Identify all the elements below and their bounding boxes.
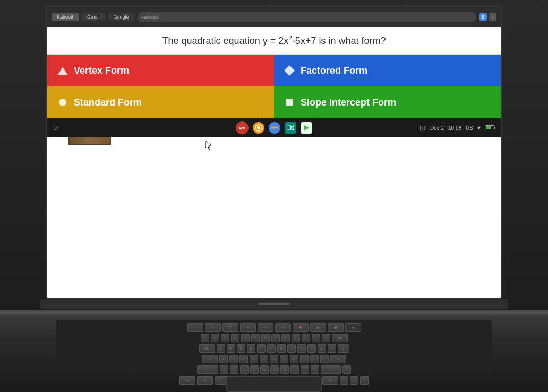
taskbar-meet-icon[interactable] — [285, 122, 296, 134]
school-logo: WV — [236, 121, 249, 134]
key-comma[interactable]: , — [290, 365, 299, 374]
key-7[interactable]: 7 — [271, 334, 280, 342]
key-dim[interactable]: ☀ — [258, 323, 273, 332]
key-r[interactable]: R — [247, 344, 255, 353]
key-0[interactable]: 0 — [302, 334, 310, 342]
key-right[interactable]: → — [360, 376, 369, 385]
key-mute[interactable]: 🔇 — [293, 323, 309, 332]
key-back[interactable]: ← — [187, 323, 203, 332]
key-y[interactable]: Y — [267, 344, 276, 353]
taskbar-circle[interactable] — [54, 126, 58, 130]
key-fullscreen[interactable]: ⛶ — [222, 323, 238, 332]
key-alt[interactable]: alt — [197, 376, 213, 385]
taskbar: WV — [47, 118, 501, 137]
key-bracket-r[interactable]: ] — [328, 344, 336, 353]
browser-tab-google[interactable]: Google — [108, 13, 134, 21]
key-backslash[interactable]: \ — [338, 344, 349, 353]
key-backspace[interactable]: ⌫ — [332, 334, 348, 342]
key-u[interactable]: U — [277, 344, 286, 353]
taskbar-chrome-icon[interactable] — [269, 122, 280, 134]
key-tab[interactable]: Tab — [199, 344, 215, 353]
screenshot-icon[interactable]: ⊡ — [419, 124, 426, 132]
key-j[interactable]: J — [280, 355, 288, 363]
key-g[interactable]: G — [260, 355, 268, 363]
key-p[interactable]: P — [307, 344, 316, 353]
taskbar-play-icon[interactable] — [301, 122, 312, 134]
key-d[interactable]: D — [239, 355, 248, 363]
key-c[interactable]: C — [240, 365, 249, 374]
key-alt-r[interactable]: alt — [322, 376, 338, 385]
key-8[interactable]: 8 — [281, 334, 290, 342]
answer-standard-form[interactable]: Standard Form — [47, 86, 274, 118]
profile-icon[interactable]: E — [480, 13, 487, 21]
key-l[interactable]: L — [300, 355, 309, 363]
key-v[interactable]: V — [250, 365, 259, 374]
answer-vertex-form[interactable]: Vertex Form — [47, 55, 274, 86]
key-caps[interactable]: ⇪ — [202, 355, 218, 363]
key-6[interactable]: 6 — [261, 334, 270, 342]
key-3[interactable]: 3 — [231, 334, 239, 342]
answer-factored-form[interactable]: Factored Form — [274, 55, 501, 86]
keyboard: ← ↻ ⛶ ⧉ ☀ ☀ 🔇 🔉 🔊 ⏻ ~ 1 2 3 4 5 6 7 — [56, 320, 492, 373]
browser-tab-kahoot[interactable]: Kahoot! — [52, 13, 79, 21]
taskbar-date: Dec 2 — [430, 125, 444, 131]
key-bracket-l[interactable]: [ — [318, 344, 326, 353]
answer-slope-form[interactable]: Slope Intercept Form — [274, 86, 501, 118]
key-enter[interactable]: ⏎ — [330, 355, 346, 363]
trackpad[interactable] — [226, 376, 322, 392]
key-1[interactable]: 1 — [211, 334, 219, 342]
key-m[interactable]: M — [280, 365, 289, 374]
key-shift-l[interactable]: ⇧ — [197, 365, 218, 374]
key-a[interactable]: A — [219, 355, 228, 363]
quiz-content: The quadratic equation y = 2x2-5x+7 is i… — [47, 27, 501, 137]
key-minus[interactable]: - — [312, 334, 320, 342]
key-up[interactable]: ↑ — [343, 365, 351, 374]
svg-marker-26 — [291, 126, 294, 130]
taskbar-chat-icon[interactable] — [253, 122, 264, 134]
key-ctrl[interactable]: ctrl — [179, 376, 195, 385]
key-equals[interactable]: = — [322, 334, 330, 342]
question-text: The quadratic equation y = 2x2-5x+7 is i… — [58, 34, 490, 47]
key-5[interactable]: 5 — [251, 334, 260, 342]
key-k[interactable]: K — [290, 355, 298, 363]
key-shift-r[interactable]: ⇧ — [321, 365, 341, 374]
key-s[interactable]: S — [229, 355, 238, 363]
key-period[interactable]: . — [301, 365, 309, 374]
key-q[interactable]: Q — [217, 344, 225, 353]
key-vol-down[interactable]: 🔉 — [310, 323, 326, 332]
key-x[interactable]: X — [230, 365, 238, 374]
key-window[interactable]: ⧉ — [240, 323, 256, 332]
laptop-screen: Kahoot! Gmail Google kahoot.it E ⋮ The q… — [46, 5, 502, 299]
key-tilde[interactable]: ~ — [201, 334, 209, 342]
key-slash[interactable]: / — [311, 365, 319, 374]
question-area: The quadratic equation y = 2x2-5x+7 is i… — [47, 27, 501, 55]
key-t[interactable]: T — [257, 344, 266, 353]
browser-tab-gmail[interactable]: Gmail — [82, 13, 105, 21]
key-vol-up[interactable]: 🔊 — [328, 323, 344, 332]
key-2[interactable]: 2 — [221, 334, 229, 342]
address-bar[interactable]: kahoot.it — [138, 12, 476, 22]
key-refresh[interactable]: ↻ — [205, 323, 221, 332]
battery-icon — [485, 125, 494, 130]
key-bright[interactable]: ☀ — [275, 323, 291, 332]
key-z[interactable]: Z — [220, 365, 228, 374]
key-i[interactable]: I — [287, 344, 296, 353]
key-f[interactable]: F — [250, 355, 258, 363]
key-4[interactable]: 4 — [241, 334, 250, 342]
key-quote[interactable]: ' — [320, 355, 329, 363]
key-h[interactable]: H — [270, 355, 278, 363]
taskbar-right: ⊡ Dec 2 10:08 US ▾ — [419, 124, 494, 132]
key-down[interactable]: ↓ — [350, 376, 358, 385]
key-w[interactable]: W — [227, 344, 235, 353]
mouse-cursor — [206, 141, 212, 150]
key-power[interactable]: ⏻ — [345, 323, 361, 332]
key-semicolon[interactable]: ; — [310, 355, 319, 363]
laptop-shell: Kahoot! Gmail Google kahoot.it E ⋮ The q… — [0, 0, 548, 392]
extensions-icon[interactable]: ⋮ — [489, 13, 496, 21]
key-b[interactable]: B — [260, 365, 269, 374]
key-e[interactable]: E — [237, 344, 245, 353]
key-n[interactable]: N — [270, 365, 279, 374]
key-left[interactable]: ← — [340, 376, 348, 385]
key-9[interactable]: 9 — [292, 334, 300, 342]
key-o[interactable]: O — [297, 344, 306, 353]
